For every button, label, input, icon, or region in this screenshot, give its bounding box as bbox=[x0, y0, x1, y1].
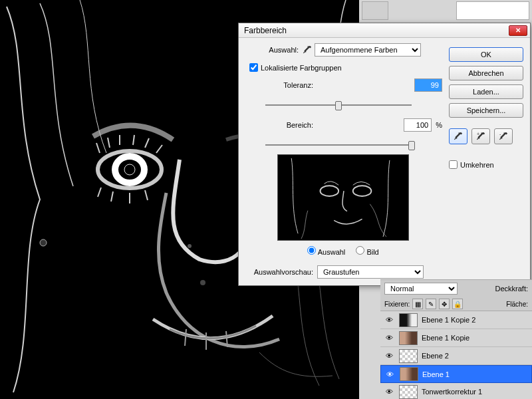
cancel-button[interactable]: Abbrechen bbox=[449, 66, 523, 80]
tolerance-label: Toleranz: bbox=[244, 81, 317, 89]
range-slider[interactable] bbox=[265, 138, 412, 152]
layers-panel: Normal Deckkraft: Fixieren: ▦ ✎ ✥ 🔒 Fläc… bbox=[380, 279, 532, 399]
layer-name: Ebene 1 Kopie bbox=[422, 334, 469, 342]
navigator-thumb bbox=[456, 1, 529, 20]
layer-name: Ebene 2 bbox=[422, 352, 449, 360]
lock-move-icon[interactable]: ✥ bbox=[439, 299, 450, 309]
layer-thumb bbox=[399, 313, 418, 327]
svg-text:-: - bbox=[499, 132, 501, 136]
select-dropdown[interactable]: Aufgenommene Farben bbox=[315, 43, 421, 57]
layer-thumb bbox=[399, 331, 418, 345]
localized-label: Lokalisierte Farbgruppen bbox=[261, 64, 342, 72]
range-label: Bereich: bbox=[244, 121, 317, 129]
toolbar-fragment bbox=[362, 1, 388, 20]
layer-row[interactable]: 👁Tonwertkorrektur 1 bbox=[380, 383, 532, 399]
range-unit: % bbox=[436, 121, 442, 129]
invert-label: Umkehren bbox=[460, 161, 494, 169]
radio-image[interactable]: Bild bbox=[356, 246, 378, 256]
invert-checkbox[interactable] bbox=[449, 160, 458, 169]
save-button[interactable]: Speichern... bbox=[449, 103, 523, 118]
load-button[interactable]: Laden... bbox=[449, 84, 523, 99]
preview-mode-label: Auswahlvorschau: bbox=[244, 268, 317, 276]
layer-row[interactable]: 👁Ebene 1 bbox=[380, 365, 532, 383]
layer-thumb bbox=[399, 349, 418, 363]
localized-checkbox[interactable] bbox=[249, 63, 258, 72]
layer-thumb bbox=[400, 367, 418, 381]
blend-mode-select[interactable]: Normal bbox=[384, 283, 458, 295]
visibility-icon[interactable]: 👁 bbox=[383, 316, 395, 324]
visibility-icon[interactable]: 👁 bbox=[383, 334, 395, 342]
eyedropper-icon bbox=[303, 45, 312, 55]
fill-label: Fläche: bbox=[506, 301, 528, 308]
close-button[interactable]: ✕ bbox=[509, 25, 527, 36]
layer-name: Ebene 1 bbox=[422, 370, 450, 378]
eyedropper-button[interactable] bbox=[449, 128, 467, 144]
select-label: Auswahl: bbox=[244, 46, 303, 54]
tolerance-input[interactable] bbox=[414, 78, 442, 92]
ok-button[interactable]: OK bbox=[449, 47, 523, 62]
color-range-dialog: Farbbereich ✕ Auswahl: Aufgenommene Farb… bbox=[238, 23, 531, 286]
lock-transparency-icon[interactable]: ▦ bbox=[412, 299, 423, 309]
tolerance-slider[interactable] bbox=[265, 98, 412, 112]
svg-point-14 bbox=[188, 244, 192, 248]
eyedropper-add-button[interactable]: + bbox=[471, 128, 490, 144]
visibility-icon[interactable]: 👁 bbox=[384, 370, 396, 378]
lock-paint-icon[interactable]: ✎ bbox=[426, 299, 436, 309]
lock-label: Fixieren: bbox=[384, 301, 410, 308]
layer-row[interactable]: 👁Ebene 1 Kopie 2 bbox=[380, 311, 532, 329]
visibility-icon[interactable]: 👁 bbox=[383, 388, 395, 396]
preview-mode-select[interactable]: Graustufen bbox=[317, 265, 424, 279]
range-input[interactable] bbox=[404, 118, 432, 132]
lock-all-icon[interactable]: 🔒 bbox=[452, 299, 463, 309]
dialog-titlebar[interactable]: Farbbereich ✕ bbox=[239, 23, 530, 38]
svg-text:+: + bbox=[477, 132, 479, 136]
selection-preview[interactable] bbox=[277, 154, 409, 241]
layer-row[interactable]: 👁Ebene 1 Kopie bbox=[380, 329, 532, 347]
layer-name: Tonwertkorrektur 1 bbox=[422, 388, 482, 396]
visibility-icon[interactable]: 👁 bbox=[383, 352, 395, 360]
layer-name: Ebene 1 Kopie 2 bbox=[422, 316, 475, 324]
dialog-title: Farbbereich bbox=[244, 26, 287, 35]
svg-point-15 bbox=[200, 280, 205, 285]
opacity-label: Deckkraft: bbox=[495, 285, 528, 293]
radio-selection[interactable]: Auswahl bbox=[307, 246, 345, 256]
layer-row[interactable]: 👁Ebene 2 bbox=[380, 347, 532, 365]
eyedropper-subtract-button[interactable]: - bbox=[494, 128, 513, 144]
layer-thumb bbox=[399, 385, 418, 399]
svg-point-19 bbox=[40, 239, 47, 246]
svg-point-3 bbox=[124, 164, 135, 175]
